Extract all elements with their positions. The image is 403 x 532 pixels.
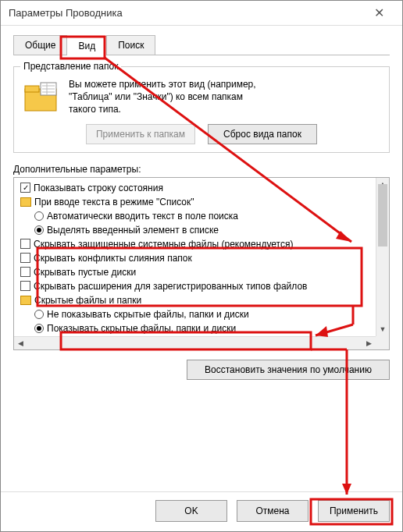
scroll-corner xyxy=(376,336,389,349)
tabs: Общие Вид Поиск xyxy=(13,35,390,55)
list-item[interactable]: ✓Показывать строку состояния xyxy=(16,181,374,195)
radio-icon[interactable] xyxy=(34,324,44,333)
list-item: Скрытые файлы и папки xyxy=(16,293,374,307)
list-item[interactable]: Не показывать скрытые файлы, папки и дис… xyxy=(16,307,374,321)
radio-icon[interactable] xyxy=(34,211,44,221)
list-item: При вводе текста в режиме "Список" xyxy=(16,195,374,209)
list-item[interactable]: Скрывать защищенные системные файлы (рек… xyxy=(16,237,374,251)
list-item[interactable]: Автоматически вводить текст в поле поиск… xyxy=(16,209,374,223)
horizontal-scrollbar[interactable]: ◀ ▶ xyxy=(14,336,376,349)
scroll-down-icon[interactable]: ▼ xyxy=(376,323,389,336)
folder-view-title: Представление папок xyxy=(20,61,121,72)
checkbox-icon[interactable] xyxy=(20,267,30,277)
reset-folders-button[interactable]: Сброс вида папок xyxy=(208,124,317,144)
list-item-label: Не показывать скрытые файлы, папки и дис… xyxy=(47,307,249,321)
list-item-label: Скрывать защищенные системные файлы (рек… xyxy=(34,237,293,251)
list-item[interactable]: Скрывать расширения для зарегистрированн… xyxy=(16,279,374,293)
list-item[interactable]: Скрывать конфликты слияния папок xyxy=(16,251,374,265)
restore-defaults-button[interactable]: Восстановить значения по умолчанию xyxy=(187,360,390,380)
close-icon[interactable]: ✕ xyxy=(363,5,394,20)
advanced-label: Дополнительные параметры: xyxy=(13,164,390,175)
checkbox-icon[interactable] xyxy=(20,239,30,249)
apply-button[interactable]: Применить xyxy=(318,500,390,522)
explorer-options-window: Параметры Проводника ✕ Общие Вид Поиск П… xyxy=(0,0,403,532)
folder-icon xyxy=(20,197,31,207)
list-item-label: Скрытые файлы и папки xyxy=(34,293,141,307)
checkbox-icon[interactable] xyxy=(20,281,30,291)
scroll-thumb[interactable] xyxy=(378,184,387,246)
list-item-label: Автоматически вводить текст в поле поиск… xyxy=(47,209,238,223)
folder-view-group: Представление папок Вы можете применить … xyxy=(13,66,390,153)
scroll-left-icon[interactable]: ◀ xyxy=(14,337,27,349)
svg-rect-1 xyxy=(25,86,39,92)
dialog-footer: OK Отмена Применить xyxy=(1,491,402,531)
list-item[interactable]: Выделять введенный элемент в списке xyxy=(16,223,374,237)
folder-options-icon xyxy=(22,78,59,115)
vertical-scrollbar[interactable]: ▲ ▼ xyxy=(376,178,389,336)
tab-view[interactable]: Вид xyxy=(66,36,107,55)
list-item-label: Показывать скрытые файлы, папки и диски xyxy=(47,321,236,335)
folder-view-description: Вы можете применить этот вид (например, … xyxy=(69,78,256,116)
list-item-label: Скрывать расширения для зарегистрированн… xyxy=(34,279,307,293)
window-title: Параметры Проводника xyxy=(9,7,363,19)
list-item-label: При вводе текста в режиме "Список" xyxy=(34,195,194,209)
list-item-label: Выделять введенный элемент в списке xyxy=(47,223,219,237)
radio-icon[interactable] xyxy=(34,310,44,319)
list-item[interactable]: Показывать скрытые файлы, папки и диски xyxy=(16,321,374,335)
cancel-button[interactable]: Отмена xyxy=(237,500,308,522)
list-item-label: Скрывать конфликты слияния папок xyxy=(34,251,192,265)
ok-button[interactable]: OK xyxy=(155,500,227,522)
list-item-label: Скрывать пустые диски xyxy=(34,265,136,279)
titlebar: Параметры Проводника ✕ xyxy=(1,1,402,26)
checkbox-icon[interactable]: ✓ xyxy=(20,183,30,193)
tab-search[interactable]: Поиск xyxy=(106,35,155,55)
radio-icon[interactable] xyxy=(34,225,44,235)
checkbox-icon[interactable] xyxy=(20,253,30,263)
scroll-right-icon[interactable]: ▶ xyxy=(362,337,376,349)
list-item-label: Показывать строку состояния xyxy=(34,181,163,195)
folder-icon xyxy=(20,296,31,305)
list-item[interactable]: Скрывать пустые диски xyxy=(16,265,374,279)
advanced-list: ✓Показывать строку состоянияПри вводе те… xyxy=(13,177,390,350)
apply-to-folders-button: Применить к папкам xyxy=(86,124,195,144)
tab-general[interactable]: Общие xyxy=(13,35,67,55)
